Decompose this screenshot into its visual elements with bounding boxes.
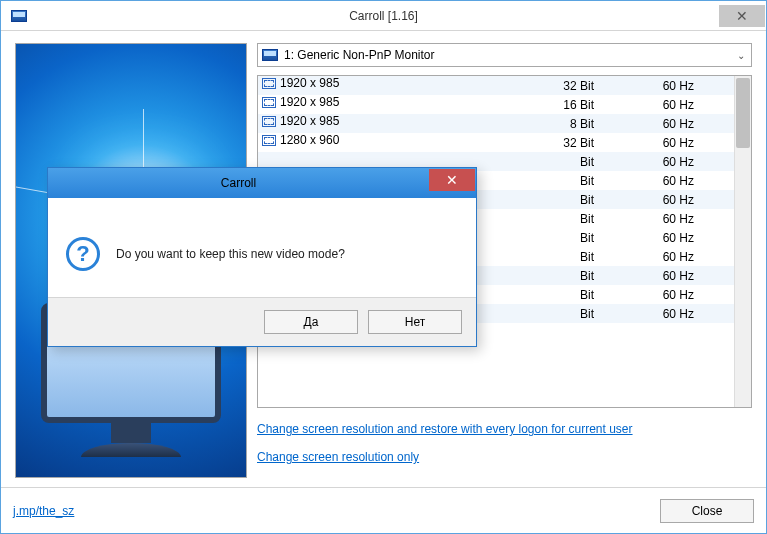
resolution-cell: 1280 x 960 [258, 133, 514, 147]
refresh-cell: 60 Hz [614, 304, 734, 323]
dialog-titlebar: Carroll ✕ [48, 168, 476, 198]
scrollbar[interactable] [734, 76, 751, 407]
refresh-cell: 60 Hz [614, 114, 734, 133]
no-button[interactable]: Нет [368, 310, 462, 334]
resolution-icon [262, 135, 276, 146]
resolution-text: 1280 x 960 [280, 133, 339, 147]
table-row[interactable]: 1920 x 9858 Bit60 Hz [258, 114, 734, 133]
dialog-buttons: Да Нет [48, 298, 476, 346]
scrollbar-thumb[interactable] [736, 78, 750, 148]
resolution-text: 1920 x 985 [280, 114, 339, 128]
bitdepth-cell: Bit [514, 190, 614, 209]
resolution-cell: 1920 x 985 [258, 76, 514, 90]
refresh-cell: 60 Hz [614, 285, 734, 304]
bitdepth-cell: 32 Bit [514, 133, 614, 152]
window-title: Carroll [1.16] [349, 9, 418, 23]
resolution-cell: 1920 x 985 [258, 95, 514, 109]
resolution-icon [262, 78, 276, 89]
close-icon: ✕ [446, 172, 458, 188]
link-change-restore-logon[interactable]: Change screen resolution and restore wit… [257, 422, 752, 436]
bitdepth-cell: Bit [514, 247, 614, 266]
table-row[interactable]: 1920 x 98532 Bit60 Hz [258, 76, 734, 95]
refresh-cell: 60 Hz [614, 171, 734, 190]
resolution-text: 1920 x 985 [280, 76, 339, 90]
bitdepth-cell: Bit [514, 266, 614, 285]
yes-button[interactable]: Да [264, 310, 358, 334]
dialog-message: Do you want to keep this new video mode? [116, 247, 345, 261]
close-icon: ✕ [736, 8, 748, 24]
monitor-select[interactable]: 1: Generic Non-PnP Monitor ⌄ [257, 43, 752, 67]
bitdepth-cell: 16 Bit [514, 95, 614, 114]
refresh-cell: 60 Hz [614, 266, 734, 285]
dialog-title: Carroll [48, 176, 429, 190]
resolution-text: 1920 x 985 [280, 95, 339, 109]
refresh-cell: 60 Hz [614, 209, 734, 228]
refresh-cell: 60 Hz [614, 247, 734, 266]
chevron-down-icon: ⌄ [737, 50, 745, 61]
table-row[interactable]: 1280 x 96032 Bit60 Hz [258, 133, 734, 152]
bitdepth-cell: Bit [514, 228, 614, 247]
action-links: Change screen resolution and restore wit… [257, 422, 752, 478]
window-titlebar: Carroll [1.16] ✕ [1, 1, 766, 31]
confirm-dialog: Carroll ✕ ? Do you want to keep this new… [47, 167, 477, 347]
refresh-cell: 60 Hz [614, 133, 734, 152]
table-row[interactable]: 1920 x 98516 Bit60 Hz [258, 95, 734, 114]
window-close-button[interactable]: ✕ [719, 5, 765, 27]
monitor-icon [262, 49, 278, 61]
bitdepth-cell: Bit [514, 285, 614, 304]
bitdepth-cell: 8 Bit [514, 114, 614, 133]
bitdepth-cell: Bit [514, 304, 614, 323]
resolution-cell: 1920 x 985 [258, 114, 514, 128]
refresh-cell: 60 Hz [614, 95, 734, 114]
refresh-cell: 60 Hz [614, 76, 734, 95]
footer-link[interactable]: j.mp/the_sz [13, 504, 74, 518]
close-button[interactable]: Close [660, 499, 754, 523]
footer: j.mp/the_sz Close [1, 487, 766, 533]
link-change-only[interactable]: Change screen resolution only [257, 450, 752, 464]
bitdepth-cell: 32 Bit [514, 76, 614, 95]
bitdepth-cell: Bit [514, 171, 614, 190]
app-icon [11, 10, 27, 22]
refresh-cell: 60 Hz [614, 152, 734, 171]
dialog-close-button[interactable]: ✕ [429, 169, 475, 191]
dialog-body: ? Do you want to keep this new video mod… [48, 198, 476, 298]
resolution-icon [262, 116, 276, 127]
refresh-cell: 60 Hz [614, 190, 734, 209]
monitor-select-label: 1: Generic Non-PnP Monitor [284, 48, 435, 62]
refresh-cell: 60 Hz [614, 228, 734, 247]
bitdepth-cell: Bit [514, 209, 614, 228]
question-icon: ? [66, 237, 100, 271]
bitdepth-cell: Bit [514, 152, 614, 171]
resolution-icon [262, 97, 276, 108]
